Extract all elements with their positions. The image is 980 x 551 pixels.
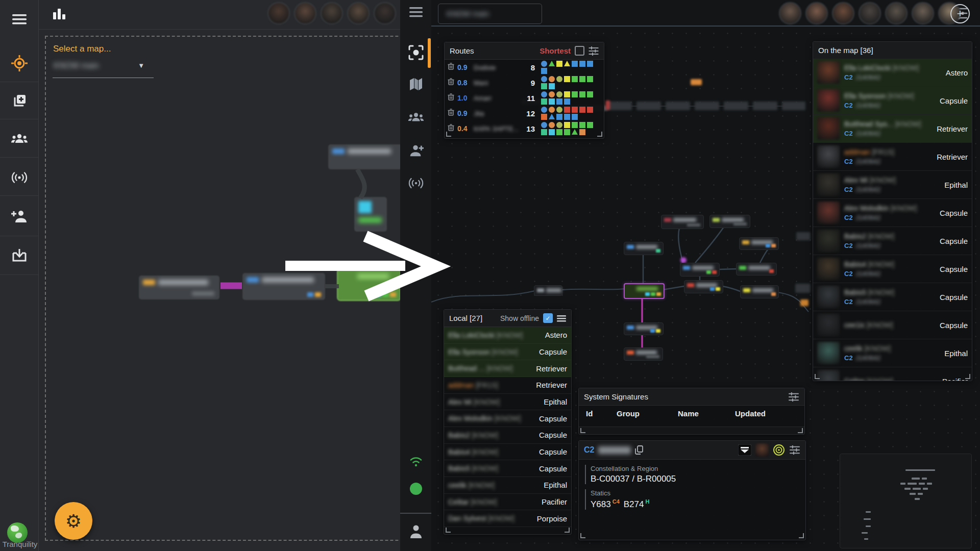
avatar[interactable] (294, 2, 316, 24)
local-pilot-row[interactable]: Babis5 [KNOW]Capsule (444, 460, 571, 477)
route-row[interactable]: 0.9Jita12 (445, 106, 604, 121)
signatures-settings-icon[interactable] (788, 392, 799, 402)
col-id[interactable]: Id (586, 409, 617, 418)
map-system-node[interactable] (328, 144, 402, 169)
add-map-icon[interactable] (0, 93, 38, 109)
show-offline-checkbox[interactable]: ✓ (543, 313, 553, 323)
resize-handle[interactable] (446, 528, 451, 533)
on-map-pilot-row[interactable]: Ella LokiClocki [KNOW]C2J140642Astero (813, 59, 972, 87)
my-location-icon[interactable] (0, 54, 38, 72)
resize-handle[interactable] (798, 428, 803, 433)
on-map-pilot-row[interactable]: Celitar [KNOW]Pacifier (813, 367, 972, 381)
on-map-pilot-row[interactable]: Babis5 [KNOW]C2J140642Capsule (813, 283, 972, 311)
avatar[interactable] (805, 2, 828, 24)
resize-handle[interactable] (446, 132, 451, 137)
routes-settings-icon[interactable] (589, 46, 599, 56)
broadcast-icon[interactable] (0, 169, 38, 186)
on-map-pilot-row[interactable]: cee1ic [KNOW]Capsule (813, 311, 972, 339)
map-system-node[interactable] (709, 215, 750, 228)
local-pilot-row[interactable]: Dan Sylvest [KNOW]Porpoise (444, 510, 571, 527)
avatar[interactable] (321, 2, 343, 24)
user-icon[interactable] (400, 524, 431, 539)
map-system-node[interactable] (739, 237, 779, 250)
map-system-node[interactable] (736, 263, 777, 276)
resize-handle[interactable] (597, 132, 602, 137)
resize-handle[interactable] (565, 528, 570, 533)
groups-icon[interactable] (0, 131, 38, 147)
local-pilot-row[interactable]: Butthead ... [KNOW]Retriever (444, 360, 571, 377)
local-pilot-row[interactable]: Celitar [KNOW]Pacifier (444, 494, 571, 511)
route-row[interactable]: 0.4КАРА ЗАРТЕ...13 (445, 121, 604, 136)
import-icon[interactable] (0, 247, 38, 264)
resize-handle[interactable] (815, 374, 820, 379)
on-map-pilot-row[interactable]: Alex Molodkin [KNOW]C2J140642Capsule (813, 199, 972, 227)
add-character-icon[interactable]: + (950, 4, 970, 23)
col-updated[interactable]: Updated (735, 409, 766, 418)
local-pilot-row[interactable]: addman [FR1S]Retriever (444, 377, 571, 394)
local-menu-icon[interactable] (557, 315, 566, 322)
on-map-pilot-row[interactable]: Babis2 [KNOW]C2J140642Capsule (813, 227, 972, 255)
trash-icon[interactable] (448, 109, 454, 118)
route-row[interactable]: 1.0Amarr11 (445, 90, 604, 106)
local-pilot-row[interactable]: Ella Syonson [KNOW]Capsule (444, 344, 571, 361)
menu-icon[interactable] (0, 10, 38, 29)
avatar[interactable] (832, 2, 854, 24)
avatar[interactable] (912, 2, 934, 24)
map-system-node[interactable] (139, 276, 219, 299)
on-map-pilot-row[interactable]: ceelik [KNOW]C2J140642Epithal (813, 339, 972, 367)
map-system-node[interactable] (338, 269, 400, 300)
map-system-node[interactable] (661, 215, 704, 229)
local-pilot-row[interactable]: Ella LokiClocki [KNOW]Astero (444, 327, 571, 344)
avatar[interactable] (859, 2, 881, 24)
resize-handle[interactable] (580, 533, 585, 538)
minimap-panel[interactable] (840, 454, 972, 548)
person-add-icon[interactable] (0, 208, 38, 225)
on-map-pilot-row[interactable]: Alex Mi [KNOW]C2J140642Epithal (813, 171, 972, 199)
map-name-input[interactable]: KNOW main (438, 4, 542, 24)
center-focus-icon[interactable] (400, 45, 431, 60)
trash-icon[interactable] (448, 93, 454, 103)
col-group[interactable]: Group (617, 409, 678, 418)
on-map-pilot-row[interactable]: Butthead Syo... [KNOW]C2J140642Retriever (813, 115, 972, 143)
map-system-node[interactable] (354, 197, 387, 232)
resize-handle[interactable] (580, 428, 585, 433)
local-pilot-row[interactable]: Alex Mi [KNOW]Epithal (444, 394, 571, 411)
map-system-node[interactable] (740, 285, 779, 298)
map-select[interactable]: KNOW main ▼ (53, 57, 154, 78)
resize-handle[interactable] (799, 533, 804, 538)
map-system-node[interactable] (624, 242, 664, 255)
trash-icon[interactable] (448, 78, 454, 87)
map-system-node[interactable] (624, 283, 665, 299)
resize-handle[interactable] (965, 374, 970, 379)
resize-bar[interactable] (579, 427, 804, 434)
on-map-pilot-row[interactable]: Ella Syonson [KNOW]C2J140642Capsule (813, 87, 972, 115)
map-system-node[interactable] (624, 347, 663, 361)
local-pilot-row[interactable]: ceelik [KNOW]Epithal (444, 477, 571, 494)
map-system-node[interactable] (534, 285, 562, 296)
local-pilot-row[interactable]: Alex Molodkin [KNOW]Capsule (444, 410, 571, 427)
avatar[interactable] (779, 2, 801, 24)
route-row[interactable]: 0.8Mani9 (445, 75, 604, 90)
avatar[interactable] (267, 2, 290, 24)
groups-icon[interactable] (400, 111, 431, 123)
settings-fab[interactable]: ⚙ (55, 502, 92, 540)
map-system-node[interactable] (680, 263, 720, 277)
local-pilot-row[interactable]: Babis2 [KNOW]Capsule (444, 427, 571, 444)
avatar[interactable] (374, 2, 396, 24)
col-name[interactable]: Name (678, 409, 735, 418)
trash-icon[interactable] (448, 63, 454, 72)
shortest-checkbox[interactable] (575, 46, 584, 56)
on-map-pilot-row[interactable]: addman [FR1S]C2J140642Retriever (813, 143, 972, 171)
avatar[interactable] (347, 2, 370, 24)
map-system-node[interactable] (684, 280, 723, 293)
menu-icon[interactable] (400, 7, 431, 17)
stats-icon[interactable] (53, 7, 66, 22)
map-system-node[interactable] (624, 322, 664, 335)
local-pilot-row[interactable]: Babis4 [KNOW]Capsule (444, 444, 571, 461)
map-system-node[interactable] (242, 273, 325, 300)
on-map-pilot-row[interactable]: Babis4 [KNOW]C2J140642Capsule (813, 255, 972, 283)
person-add-icon[interactable] (400, 143, 431, 158)
map-icon[interactable] (400, 77, 431, 91)
broadcast-icon[interactable] (400, 177, 431, 190)
system-settings-icon[interactable] (789, 445, 800, 455)
